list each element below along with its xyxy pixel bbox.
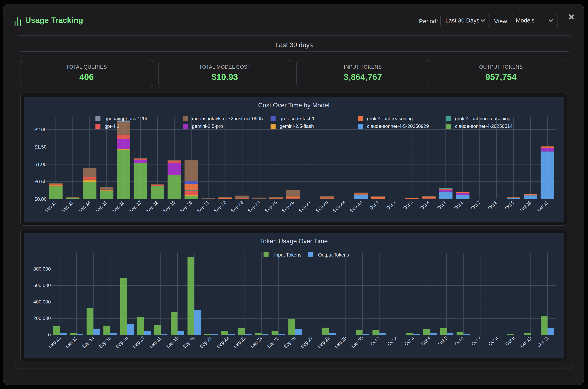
svg-text:moonshotai/kimi-k2-instruct-09: moonshotai/kimi-k2-instruct-0905: [192, 116, 263, 121]
svg-text:grok-4-fast-reasoning: grok-4-fast-reasoning: [367, 116, 413, 121]
svg-text:gemini-2.5-flash: gemini-2.5-flash: [280, 124, 314, 129]
svg-text:Output Tokens: Output Tokens: [318, 252, 349, 258]
svg-text:claude-sonnet-4-20250514: claude-sonnet-4-20250514: [455, 124, 513, 129]
svg-text:$0.50: $0.50: [34, 179, 47, 184]
svg-text:200,000: 200,000: [33, 316, 51, 321]
svg-text:grok-4-fast-non-reasoning: grok-4-fast-non-reasoning: [455, 116, 510, 121]
svg-text:$0.00: $0.00: [34, 196, 47, 202]
svg-text:$1.50: $1.50: [34, 144, 47, 150]
svg-text:gpt-4.1: gpt-4.1: [104, 124, 119, 129]
svg-text:claude-sonnet-4-5-20250929: claude-sonnet-4-5-20250929: [367, 124, 429, 129]
svg-text:0: 0: [48, 332, 51, 337]
svg-text:openai/gpt-oss-120b: openai/gpt-oss-120b: [104, 116, 148, 121]
svg-text:Token Usage Over Time: Token Usage Over Time: [260, 237, 328, 245]
svg-text:600,000: 600,000: [33, 283, 51, 288]
svg-text:$2.00: $2.00: [34, 127, 47, 132]
svg-text:800,000: 800,000: [33, 266, 51, 272]
svg-text:Input Tokens: Input Tokens: [274, 252, 301, 258]
svg-text:Cost Over Time by Model: Cost Over Time by Model: [258, 101, 329, 109]
svg-text:$1.00: $1.00: [34, 162, 47, 167]
svg-text:400,000: 400,000: [33, 299, 51, 304]
svg-text:grok-code-fast-1: grok-code-fast-1: [280, 116, 315, 121]
svg-text:gemini-2.5-pro: gemini-2.5-pro: [192, 124, 223, 129]
